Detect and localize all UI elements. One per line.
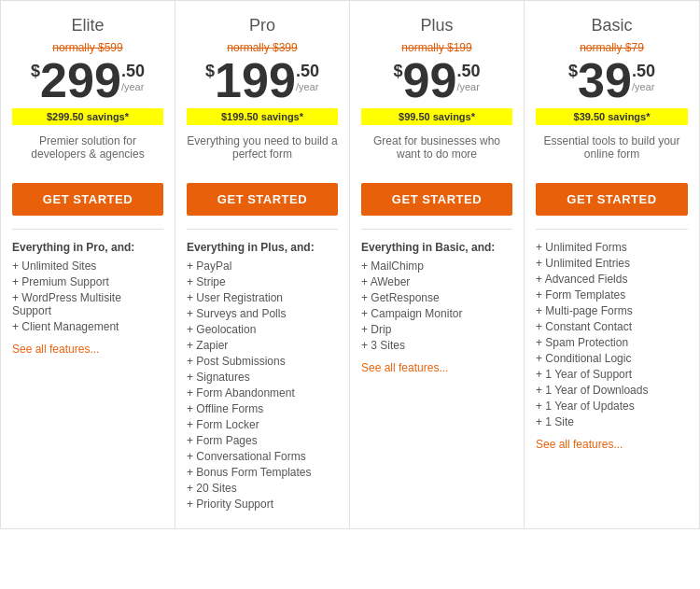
- savings-badge: $39.50 savings*: [536, 108, 688, 125]
- savings-badge: $299.50 savings*: [12, 108, 163, 125]
- feature-item: + Unlimited Forms: [536, 241, 688, 254]
- see-all-link[interactable]: See all features...: [361, 361, 512, 374]
- original-price: normally $79: [580, 41, 644, 54]
- plan-col-pro: Pro normally $399 $ 199 .50 /year $199.5…: [175, 1, 350, 528]
- see-all-link[interactable]: See all features...: [536, 438, 688, 451]
- get-started-button[interactable]: GET STARTED: [12, 183, 163, 216]
- feature-item: + 3 Sites: [361, 339, 512, 352]
- feature-item: + Constant Contact: [536, 320, 688, 333]
- feature-item: + Form Pages: [187, 434, 338, 447]
- price-cents-year: .50 /year: [456, 56, 480, 92]
- divider: [12, 229, 163, 230]
- feature-item: + GetResponse: [361, 291, 512, 304]
- feature-item: + Spam Protection: [536, 336, 688, 349]
- features-list: Everything in Basic, and: + MailChimp+ A…: [361, 241, 512, 374]
- price-row: $ 39 .50 /year: [568, 56, 655, 105]
- feature-item: + Signatures: [187, 371, 338, 384]
- feature-item: + Bonus Form Templates: [187, 466, 338, 479]
- feature-item: + Advanced Fields: [536, 273, 688, 286]
- feature-item: + Unlimited Entries: [536, 257, 688, 270]
- plan-description: Great for businesses who want to do more: [361, 134, 512, 172]
- features-list: Everything in Plus, and: + PayPal+ Strip…: [187, 241, 338, 513]
- price-cents: .50: [121, 62, 145, 81]
- feature-item: + 1 Year of Support: [536, 368, 688, 381]
- feature-item: + Form Abandonment: [187, 386, 338, 400]
- price-main: 299: [40, 56, 121, 105]
- features-list: Everything in Pro, and: + Unlimited Site…: [12, 241, 163, 356]
- feature-item: + Conversational Forms: [187, 450, 338, 463]
- get-started-button[interactable]: GET STARTED: [361, 183, 512, 216]
- divider: [361, 229, 512, 230]
- feature-item: + Client Management: [12, 320, 163, 333]
- feature-item: + Drip: [361, 323, 512, 336]
- price-cents: .50: [296, 62, 319, 81]
- feature-item: + WordPress Multisite Support: [12, 291, 163, 317]
- price-cents: .50: [632, 62, 655, 81]
- feature-item: + Multi-page Forms: [536, 304, 688, 317]
- price-dollar: $: [568, 62, 578, 81]
- price-row: $ 299 .50 /year: [31, 56, 145, 105]
- feature-item: + Offline Forms: [187, 402, 338, 415]
- features-header: Everything in Plus, and:: [187, 241, 338, 254]
- savings-badge: $99.50 savings*: [361, 108, 512, 125]
- price-cents-year: .50 /year: [121, 56, 145, 92]
- feature-item: + Stripe: [187, 275, 338, 288]
- features-header: Everything in Basic, and:: [361, 241, 512, 254]
- feature-item: + Surveys and Polls: [187, 307, 338, 320]
- plan-col-plus: Plus normally $199 $ 99 .50 /year $99.50…: [350, 1, 525, 528]
- pricing-grid: Elite normally $599 $ 299 .50 /year $299…: [0, 0, 700, 529]
- feature-item: + AWeber: [361, 275, 512, 288]
- plan-name: Plus: [420, 16, 453, 35]
- price-dollar: $: [31, 62, 40, 81]
- price-row: $ 199 .50 /year: [205, 56, 319, 105]
- price-cents: .50: [456, 62, 480, 81]
- feature-item: + MailChimp: [361, 259, 512, 273]
- feature-item: + Post Submissions: [187, 355, 338, 368]
- savings-badge: $199.50 savings*: [187, 108, 338, 125]
- see-all-link[interactable]: See all features...: [12, 343, 163, 356]
- price-year: /year: [296, 81, 319, 92]
- price-year: /year: [121, 81, 145, 92]
- plan-description: Essential tools to build your online for…: [536, 134, 688, 172]
- price-main: 199: [215, 56, 296, 105]
- feature-item: + Geolocation: [187, 323, 338, 336]
- feature-item: + Form Locker: [187, 418, 338, 431]
- feature-item: + Conditional Logic: [536, 352, 688, 365]
- plan-name: Elite: [71, 16, 104, 35]
- get-started-button[interactable]: GET STARTED: [187, 183, 338, 216]
- feature-item: + Priority Support: [187, 498, 338, 511]
- divider: [536, 229, 688, 230]
- original-price: normally $399: [227, 41, 297, 54]
- plan-col-elite: Elite normally $599 $ 299 .50 /year $299…: [1, 1, 175, 528]
- divider: [187, 229, 338, 230]
- price-year: /year: [456, 81, 480, 92]
- get-started-button[interactable]: GET STARTED: [536, 183, 688, 216]
- features-list: + Unlimited Forms+ Unlimited Entries+ Ad…: [536, 241, 688, 451]
- original-price: normally $199: [401, 41, 471, 54]
- feature-item: + User Registration: [187, 291, 338, 304]
- feature-item: + Premium Support: [12, 275, 163, 288]
- plan-description: Everything you need to build a perfect f…: [187, 134, 338, 172]
- feature-item: + Campaign Monitor: [361, 307, 512, 320]
- plan-name: Basic: [591, 16, 632, 35]
- feature-item: + Unlimited Sites: [12, 259, 163, 273]
- plan-col-basic: Basic normally $79 $ 39 .50 /year $39.50…: [525, 1, 699, 528]
- price-dollar: $: [394, 62, 403, 81]
- price-cents-year: .50 /year: [632, 56, 655, 92]
- feature-item: + 20 Sites: [187, 482, 338, 495]
- feature-item: + Form Templates: [536, 288, 688, 302]
- price-cents-year: .50 /year: [296, 56, 319, 92]
- feature-item: + PayPal: [187, 259, 338, 273]
- features-header: Everything in Pro, and:: [12, 241, 163, 254]
- price-main: 39: [578, 56, 632, 105]
- original-price: normally $599: [52, 41, 122, 54]
- feature-item: + 1 Year of Downloads: [536, 384, 688, 397]
- price-row: $ 99 .50 /year: [394, 56, 481, 105]
- feature-item: + Zapier: [187, 339, 338, 352]
- feature-item: + 1 Year of Updates: [536, 400, 688, 413]
- price-dollar: $: [205, 62, 215, 81]
- feature-item: + 1 Site: [536, 415, 688, 428]
- plan-description: Premier solution for developers & agenci…: [12, 134, 163, 172]
- plan-name: Pro: [249, 16, 275, 35]
- price-main: 99: [403, 56, 457, 105]
